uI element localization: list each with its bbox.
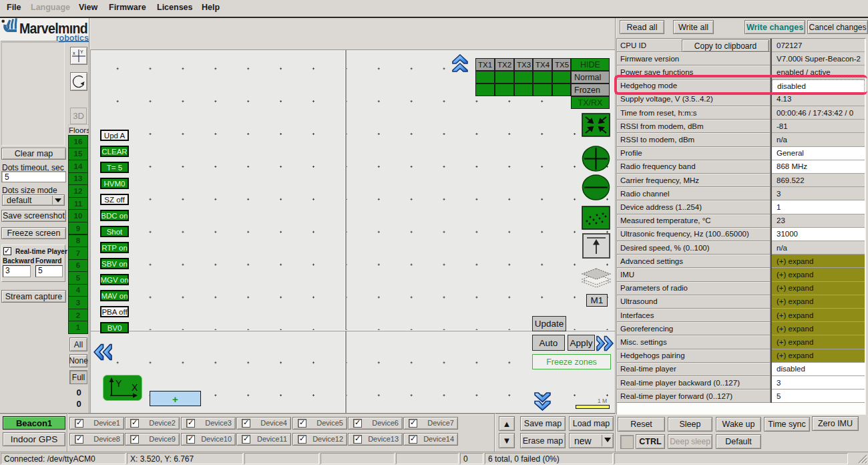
svg-text:Y: Y <box>116 378 122 389</box>
svg-text:x: x <box>73 51 75 55</box>
svg-text:X: X <box>132 382 138 393</box>
svg-text:Y: Y <box>80 49 83 54</box>
